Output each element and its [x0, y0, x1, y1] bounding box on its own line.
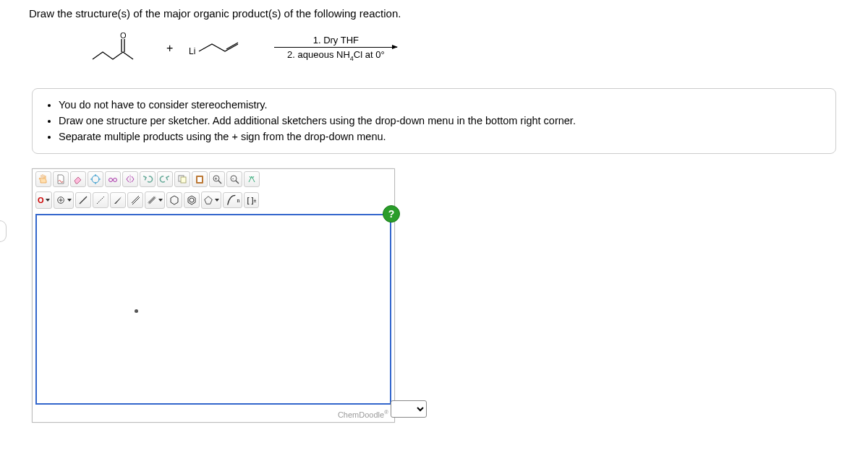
flip-tool[interactable]	[122, 171, 138, 187]
instruction-item: Draw one structure per sketcher. Add add…	[59, 113, 824, 129]
paste-tool[interactable]	[192, 171, 208, 187]
svg-point-6	[114, 178, 117, 182]
single-bond-tool[interactable]	[75, 192, 91, 208]
charge-dropdown[interactable]	[54, 191, 74, 209]
benzene-tool[interactable]	[184, 192, 200, 208]
svg-line-16	[236, 181, 239, 184]
svg-marker-28	[171, 196, 178, 204]
glasses-tool[interactable]	[105, 171, 121, 187]
svg-text:-: -	[232, 176, 234, 181]
reaction-scheme: O + Li 1. Dry THF 2. aqueous NH4Cl at 0°	[87, 30, 839, 66]
svg-line-26	[148, 197, 155, 204]
ring-dropdown[interactable]	[201, 191, 221, 209]
help-button[interactable]: ?	[383, 205, 400, 223]
clean-tool[interactable]	[244, 171, 260, 187]
wedge-bond-tool[interactable]	[110, 192, 126, 208]
drawing-canvas[interactable]: ?	[35, 214, 391, 405]
add-sketcher-dropdown[interactable]	[391, 400, 427, 418]
chemdoodle-sketcher: + - O n	[32, 168, 395, 423]
toolbar-top: + -	[33, 169, 394, 189]
reaction-conditions: 1. Dry THF 2. aqueous NH4Cl at 0°	[274, 35, 397, 62]
svg-rect-9	[181, 177, 186, 183]
copy-tool[interactable]	[174, 171, 190, 187]
svg-point-5	[109, 178, 113, 182]
hand-tool[interactable]	[35, 171, 51, 187]
redo-tool[interactable]	[157, 171, 173, 187]
brackets-tool[interactable]: [ ]±	[244, 192, 259, 208]
center-tool[interactable]	[88, 171, 103, 187]
ketone-structure: O	[87, 30, 152, 66]
eraser-tool[interactable]	[70, 171, 86, 187]
undo-tool[interactable]	[140, 171, 156, 187]
double-bond-tool[interactable]	[127, 192, 143, 208]
svg-point-30	[190, 198, 194, 202]
recessed-bond-tool[interactable]	[93, 192, 109, 208]
toolbar-bottom: O n [ ]±	[33, 189, 394, 211]
chemdoodle-brand: ChemDoodle®	[33, 408, 394, 422]
question-container: Draw the structure(s) of the major organ…	[0, 0, 868, 430]
svg-text:O: O	[120, 31, 127, 40]
instruction-item: You do not have to consider stereochemis…	[59, 98, 824, 113]
lithium-label: Li	[189, 46, 195, 56]
element-dropdown[interactable]: O	[35, 191, 52, 209]
svg-line-13	[218, 181, 221, 184]
svg-rect-11	[197, 177, 202, 182]
plus-sign: +	[166, 42, 173, 55]
svg-line-21	[80, 197, 87, 204]
question-prompt: Draw the structure(s) of the major organ…	[29, 7, 839, 20]
reaction-arrow	[274, 47, 397, 48]
zoom-in-tool[interactable]: +	[209, 171, 225, 187]
svg-line-22	[97, 197, 104, 204]
svg-text:+: +	[215, 176, 218, 181]
instruction-item: Separate multiple products using the + s…	[59, 129, 824, 145]
condition-2: 2. aqueous NH4Cl at 0°	[287, 49, 385, 62]
bond-dropdown[interactable]	[145, 191, 165, 209]
instructions-panel: You do not have to consider stereochemis…	[32, 88, 836, 154]
cyclohexane-tool[interactable]	[166, 192, 182, 208]
polymer-tool[interactable]: n	[223, 192, 243, 208]
svg-line-3	[226, 43, 238, 49]
svg-marker-31	[204, 197, 212, 204]
condition-1: 1. Dry THF	[313, 35, 359, 46]
zoom-out-tool[interactable]: -	[226, 171, 242, 187]
canvas-seed-atom[interactable]	[135, 309, 138, 313]
svg-point-4	[92, 176, 99, 183]
document-tool[interactable]	[53, 171, 69, 187]
organolithium-structure: Li	[187, 34, 260, 63]
